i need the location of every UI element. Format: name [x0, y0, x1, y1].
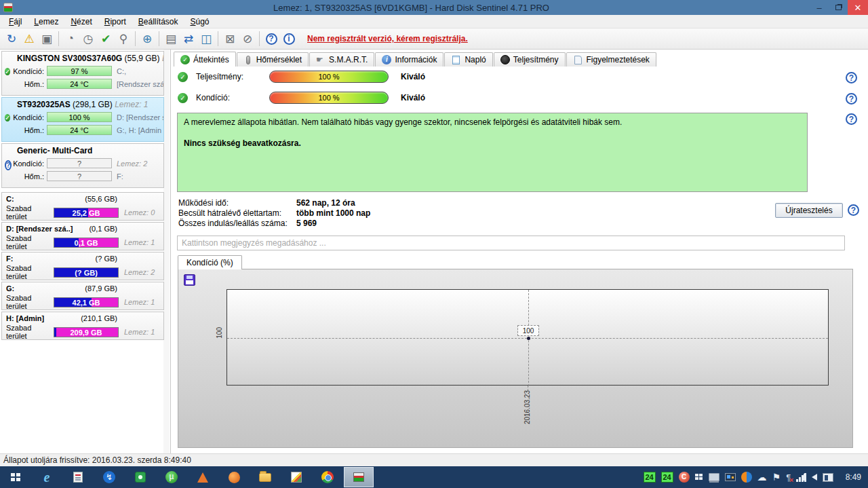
partition-size: (0,1 GB): [89, 225, 159, 233]
menu-report[interactable]: Riport: [98, 16, 132, 28]
tab-smart[interactable]: ☛S.M.A.R.T.: [309, 52, 374, 67]
tab-temperature[interactable]: Hőmérséklet: [237, 52, 309, 67]
display-settings-tray-icon[interactable]: [725, 473, 736, 481]
restore-button[interactable]: [829, 0, 848, 15]
taskbar-chrome[interactable]: [312, 466, 343, 488]
disk-search-icon[interactable]: ⚲: [115, 31, 132, 47]
taskbar-bolt-app[interactable]: ↯: [94, 466, 125, 488]
taskbar-utorrent[interactable]: µ: [156, 466, 187, 488]
taskbar-hdsentinel-active[interactable]: [343, 466, 374, 488]
menu-settings[interactable]: Beállítások: [132, 16, 184, 28]
taskbar-explorer[interactable]: [250, 466, 281, 488]
partition-item-h[interactable]: H: [Admin](210,1 GB) Szabad terület209,9…: [1, 312, 164, 340]
health-ok-icon: ✓: [5, 114, 10, 121]
title-bar: Lemez: 1, ST9320325AS [6VD1KGMB] - Hard …: [0, 0, 868, 15]
tab-alerts[interactable]: Figyelmeztetések: [566, 52, 656, 67]
comment-input[interactable]: [177, 236, 845, 250]
help-icon[interactable]: ?: [846, 113, 857, 125]
taskbar-pdf-app[interactable]: [62, 466, 94, 488]
free-space-label: Szabad terület: [6, 264, 54, 280]
condition-chart-panel: 100 100 2016.03.23: [178, 269, 853, 448]
disk-item-kingston[interactable]: KINGSTON SV300S37A60G (55,9 GB) Lemez: 0…: [1, 51, 164, 96]
taskbar-orange-app[interactable]: [218, 466, 250, 488]
network-error-tray-icon[interactable]: ¶: [786, 472, 791, 483]
disk-number-label: Lemez: 1: [119, 238, 155, 246]
hdsentinel-icon: [353, 472, 364, 482]
chrome-icon: [321, 471, 334, 483]
temperature-bar: 24 °C: [47, 125, 112, 135]
disk-item-multicard[interactable]: Generic- Multi-Card ? Kondíció:?Lemez: 2…: [1, 143, 164, 188]
speaker-icon[interactable]: [812, 474, 817, 481]
flag-tray-icon[interactable]: ⚑: [772, 472, 781, 483]
condition-meter: 100 %: [269, 92, 389, 104]
disk-check-icon[interactable]: ✔: [97, 31, 115, 47]
help-icon[interactable]: ?: [846, 93, 857, 105]
health-action-text: Nincs szükség beavatkozásra.: [184, 138, 801, 148]
partition-name: F:: [6, 255, 13, 263]
ccleaner-tray-icon[interactable]: C: [679, 472, 690, 483]
menu-disk[interactable]: Lemez: [28, 16, 64, 28]
taskbar-vlc[interactable]: [187, 466, 218, 488]
tab-performance[interactable]: Teljesítmény: [494, 52, 566, 67]
system-tray: 24 24 C ☁ ⚑ ¶ 8:49: [644, 472, 868, 483]
partition-item-c[interactable]: C:(55,6 GB) Szabad terület25,2 GBLemez: …: [1, 192, 164, 221]
network-computer-icon[interactable]: ◫: [197, 31, 215, 47]
partition-item-f[interactable]: F:(? GB) Szabad terület(? GB)Lemez: 2: [1, 252, 164, 280]
disk-number-label: Lemez: 2: [112, 159, 163, 168]
condition-row: ✓ Kondíció: 100 % Kiváló: [178, 92, 425, 104]
lifetime-remaining-label: Becsült hátralévő élettartam:: [178, 208, 296, 219]
x-axis-tick: 2016.03.23: [524, 390, 531, 424]
menu-view[interactable]: Nézet: [64, 16, 98, 28]
windows-tray-icon[interactable]: [695, 474, 703, 481]
close-button[interactable]: ✕: [848, 0, 868, 15]
chart-tab-condition[interactable]: Kondíció (%): [178, 255, 242, 269]
orange-blue-tray-icon[interactable]: [741, 472, 752, 483]
tab-overview[interactable]: ✓Áttekintés: [174, 52, 236, 67]
disk-alert-icon[interactable]: ⚠: [20, 31, 38, 47]
retest-button[interactable]: Újratesztelés: [775, 203, 843, 218]
taskbar-ie[interactable]: e: [31, 466, 62, 488]
y-axis-tick: 100: [216, 327, 223, 339]
tab-information[interactable]: iInformációk: [375, 52, 443, 67]
monitor-edit-icon[interactable]: ⊠: [221, 31, 239, 47]
help-icon[interactable]: ?: [262, 31, 280, 47]
partition-item-d[interactable]: D: [Rendszer szá..](0,1 GB) Szabad terül…: [1, 222, 164, 250]
disk-size: (55,9 GB): [125, 54, 160, 63]
info-icon[interactable]: i: [280, 31, 298, 47]
disk-gauge-icon[interactable]: ◔: [62, 31, 79, 47]
partition-item-g[interactable]: G:(87,9 GB) Szabad terület42,1 GBLemez: …: [1, 282, 164, 310]
cloud-tray-icon[interactable]: ☁: [757, 472, 767, 483]
sidebar-scrollbar[interactable]: [163, 50, 170, 453]
log-document-icon: [452, 56, 460, 64]
temperature-bar: ?: [47, 171, 112, 181]
monitor-tray-icon[interactable]: [709, 473, 719, 481]
toolbar-separator: [259, 31, 260, 46]
sync-icon[interactable]: ⇄: [180, 31, 197, 47]
refresh-icon[interactable]: ↻: [3, 31, 20, 47]
condition-bar: 100 %: [47, 112, 112, 122]
disk-item-st9320325as[interactable]: ST9320325AS (298,1 GB) Lemez: 1 ✓ Kondíc…: [1, 97, 164, 142]
start-button[interactable]: [0, 466, 31, 488]
taskbar-clock[interactable]: 8:49: [846, 472, 861, 482]
save-chart-icon[interactable]: [184, 274, 195, 286]
notes-app-icon: [291, 472, 302, 483]
taskbar-capture-app[interactable]: [125, 466, 156, 488]
unregistered-notice[interactable]: Nem regisztrált verzió, kérem regisztrál…: [307, 34, 468, 43]
minimize-button[interactable]: –: [810, 0, 829, 15]
help-icon[interactable]: ?: [848, 204, 859, 216]
disk-window-icon[interactable]: ▣: [38, 31, 56, 47]
help-icon[interactable]: ?: [846, 72, 857, 83]
disk-clock-icon[interactable]: ◷: [79, 31, 97, 47]
menu-help[interactable]: Súgó: [184, 16, 215, 28]
hds-temp-tray-icon[interactable]: 24: [661, 472, 673, 483]
sound-mute-icon[interactable]: ⊘: [239, 31, 256, 47]
disk-number-label: Lemez: 2: [119, 268, 155, 276]
hds-temp-tray-icon[interactable]: 24: [644, 472, 656, 483]
network-disk-icon[interactable]: ⊕: [138, 31, 156, 47]
menu-file[interactable]: Fájl: [3, 16, 28, 28]
tab-log[interactable]: Napló: [444, 52, 492, 67]
report-icon[interactable]: ▤: [162, 31, 180, 47]
taskbar-notes-app[interactable]: [281, 466, 312, 488]
keyboard-language-icon[interactable]: [823, 473, 833, 482]
windows-logo-icon: [11, 473, 20, 482]
